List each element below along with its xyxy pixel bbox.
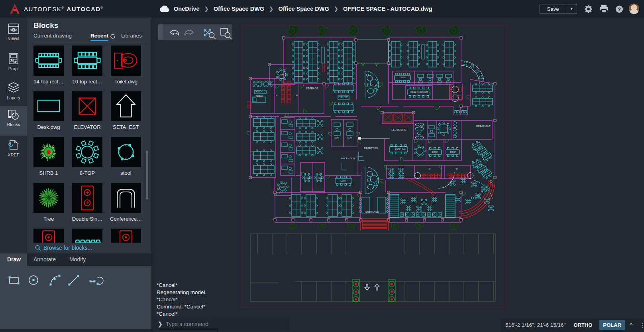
- svg-text:CONF: CONF: [432, 151, 438, 153]
- svg-text:BREAK: BREAK: [256, 95, 263, 97]
- svg-text:QT: QT: [456, 110, 458, 112]
- svg-text:ELEVATORS: ELEVATORS: [391, 128, 406, 131]
- svg-text:QT: QT: [463, 110, 465, 112]
- svg-text:CONF: CONF: [304, 177, 310, 180]
- svg-text:QUIET: QUIET: [418, 125, 425, 128]
- svg-text:W: W: [296, 94, 298, 97]
- svg-text:CONF: CONF: [450, 151, 456, 153]
- svg-text:CONF: CONF: [340, 180, 347, 182]
- svg-text:ENTRANCE: ENTRANCE: [365, 210, 379, 213]
- svg-text:M: M: [276, 94, 277, 97]
- svg-text:CONF: CONF: [279, 73, 285, 76]
- svg-text:BREAK OUT: BREAK OUT: [476, 125, 491, 127]
- svg-text:M: M: [429, 168, 430, 170]
- svg-text:CONF: CONF: [347, 136, 353, 139]
- svg-text:RECEPTION: RECEPTION: [364, 147, 378, 149]
- svg-text:CCONF: CCONF: [279, 186, 286, 188]
- svg-text:BOARD ROOM: BOARD ROOM: [410, 91, 428, 93]
- svg-text:STORAGE: STORAGE: [306, 87, 318, 90]
- svg-text:CONF: CONF: [316, 177, 322, 180]
- svg-text:W: W: [456, 168, 458, 170]
- svg-text:CONF: CONF: [334, 136, 340, 139]
- svg-text:RECEPTION: RECEPTION: [341, 157, 355, 160]
- svg-text:?: ?: [618, 6, 621, 12]
- svg-text:CONF (LG): CONF (LG): [395, 148, 406, 150]
- svg-text:CONF: CONF: [400, 76, 406, 79]
